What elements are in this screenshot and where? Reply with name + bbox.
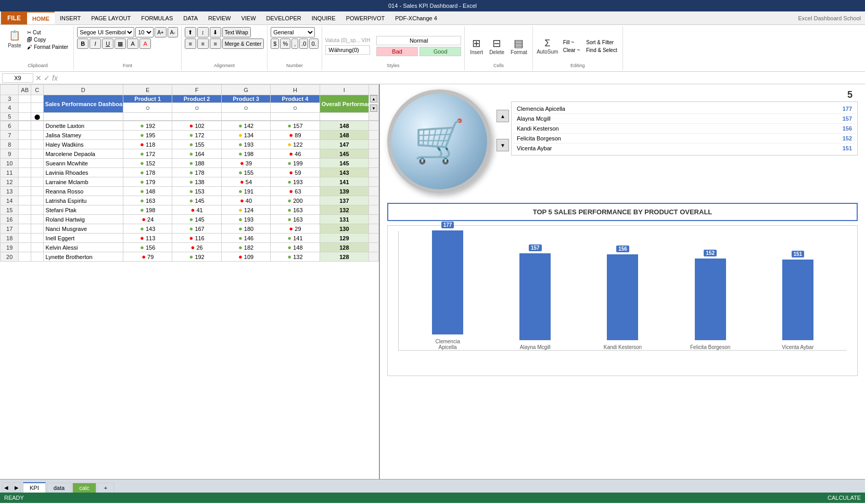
delete-button[interactable]: ⊟ Delete (487, 36, 506, 56)
scroll-tabs-left[interactable]: ◀ (2, 482, 10, 493)
align-top-button[interactable]: ⬆ (185, 27, 196, 37)
normal-style[interactable]: Normal (376, 36, 461, 45)
scroll-up-arrow[interactable]: ▲ (370, 95, 377, 102)
tab-file[interactable]: FILE (1, 11, 27, 24)
font-name-select[interactable]: Segoe UI Semibold (77, 27, 134, 37)
vertical-scrollbar[interactable]: ▲ ▼ (369, 95, 379, 121)
align-middle-button[interactable]: ↕ (197, 27, 209, 37)
tab-page-layout[interactable]: PAGE LAYOUT (86, 11, 136, 24)
increase-font-button[interactable]: A+ (155, 27, 167, 37)
format-icon: ▤ (514, 37, 524, 49)
p1-cell: ● 113 (123, 234, 172, 243)
overall-radio-selected[interactable]: ⬤ (31, 113, 43, 121)
col-e[interactable]: E (123, 85, 172, 95)
formula-input[interactable] (60, 73, 863, 83)
clipboard-group: 📋 Paste ✂ Cut 🗐 Copy 🖌 Format Painter Cl… (2, 26, 74, 70)
clear-button[interactable]: Clear ~ (561, 47, 582, 54)
fill-button[interactable]: Fill ~ (561, 39, 582, 46)
col-h[interactable]: H (271, 85, 320, 95)
italic-button[interactable]: I (90, 38, 101, 49)
percent-button[interactable]: % (280, 38, 290, 49)
tab-inquire[interactable]: INQUIRE (307, 11, 341, 24)
tab-data[interactable]: data (47, 483, 71, 493)
font-size-select[interactable]: 10 (135, 27, 154, 37)
sort-filter-button[interactable]: Sort & Filter (584, 39, 619, 46)
p2-cell: ● 26 (172, 243, 221, 252)
p3-radio[interactable]: ○ (221, 103, 270, 113)
top5-name-5: Vicenta Aybar (517, 145, 552, 151)
good-style[interactable]: Good (419, 47, 461, 56)
tab-review[interactable]: REVIEW (203, 11, 236, 24)
col-ab[interactable]: AB (19, 85, 31, 95)
list-scroll-down[interactable]: ▼ (497, 139, 509, 151)
tab-calc[interactable]: calc (72, 483, 96, 493)
chart-title-text: TOP 5 SALES PERFORMANCE BY PRODUCT OVERA… (533, 208, 713, 216)
tab-add[interactable]: + (97, 483, 114, 493)
insert-button[interactable]: ⊞ Insert (468, 36, 485, 56)
bad-style[interactable]: Bad (376, 47, 418, 56)
underline-button[interactable]: U (102, 38, 113, 49)
p1-cell: ● 143 (123, 224, 172, 234)
cut-button[interactable]: ✂ Cut (25, 29, 70, 36)
decrease-decimal-button[interactable]: 0. (309, 38, 318, 49)
wrap-text-button[interactable]: Text Wrap (222, 27, 251, 37)
increase-decimal-button[interactable]: .0 (299, 38, 308, 49)
table-row: 19 Kelvin Alessi ● 156 ● 26 ● 182 ● 148 … (1, 243, 379, 252)
scroll-tabs-right[interactable]: ▶ (12, 482, 21, 493)
tab-data[interactable]: DATA (178, 11, 203, 24)
tab-home[interactable]: HOME (27, 11, 55, 24)
col-i[interactable]: I (320, 85, 368, 95)
merge-center-button[interactable]: Merge & Center (222, 38, 264, 49)
cell-reference-input[interactable] (2, 73, 33, 83)
border-button[interactable]: ▦ (115, 38, 126, 49)
p2-radio[interactable]: ○ (172, 103, 221, 113)
overall-cell: 148 (320, 131, 368, 140)
paste-button[interactable]: 📋 Paste (5, 27, 24, 49)
autosum-button[interactable]: Σ AutoSum (536, 37, 559, 56)
align-left-button[interactable]: ≡ (185, 38, 196, 49)
bar-name-4: Felicita Borgeson (690, 344, 731, 350)
top5-panel: ▲ ▼ Clemencia Apicella 177 Alayna Mcgill… (497, 101, 858, 160)
font-color-button[interactable]: A (139, 38, 151, 49)
find-select-button[interactable]: Find & Select (584, 47, 619, 54)
col-c[interactable]: C (31, 85, 43, 95)
p2-cell: ● 192 (172, 252, 221, 262)
overall-cell: 147 (320, 140, 368, 149)
col-f[interactable]: F (172, 85, 221, 95)
editing-group: Σ AutoSum Fill ~ Clear ~ Sort & Filter F… (533, 26, 623, 70)
p1-radio[interactable]: ○ (123, 103, 172, 113)
align-center-button[interactable]: ≡ (197, 38, 209, 49)
align-bottom-button[interactable]: ⬇ (210, 27, 221, 37)
comma-button[interactable]: , (291, 38, 298, 49)
align-right-button[interactable]: ≡ (210, 38, 221, 49)
overall-cell: 148 (320, 121, 368, 131)
bar-item-2: 157 Alayna Mcgill (514, 244, 556, 350)
table-row: 7 Jalisa Stamey ● 195 ● 172 ● 134 ● 89 1… (1, 131, 379, 140)
copy-button[interactable]: 🗐 Copy (25, 36, 70, 43)
list-scroll-up[interactable]: ▲ (497, 110, 509, 122)
decrease-font-button[interactable]: A- (168, 27, 178, 37)
col-d[interactable]: D (43, 85, 123, 95)
currency-button[interactable]: $ (271, 38, 279, 49)
tab-developer[interactable]: DEVELOPER (261, 11, 307, 24)
p2-cell: ● 155 (172, 140, 221, 149)
tab-insert[interactable]: INSERT (55, 11, 86, 24)
tab-view[interactable]: VIEW (236, 11, 261, 24)
paste-icon: 📋 (7, 28, 22, 43)
bold-button[interactable]: B (77, 38, 88, 49)
tab-formulas[interactable]: FORMULAS (136, 11, 178, 24)
top5-number: 5 (497, 89, 858, 100)
scroll-down-arrow[interactable]: ▼ (370, 105, 377, 112)
table-row: 10 Sueann Mcwhite ● 152 ● 188 ● 39 ● 199… (1, 159, 379, 168)
col-g[interactable]: G (221, 85, 270, 95)
format-painter-button[interactable]: 🖌 Format Painter (25, 44, 70, 50)
tab-pdf[interactable]: PDF-XChange 4 (390, 11, 442, 24)
fill-color-button[interactable]: A (127, 38, 138, 49)
number-format-select[interactable]: General (271, 27, 315, 37)
format-button[interactable]: ▤ Format (508, 36, 529, 56)
p4-radio[interactable]: ○ (271, 103, 320, 113)
tab-kpi[interactable]: KPI (23, 482, 46, 493)
tab-powerpivot[interactable]: POWERPIVOT (341, 11, 390, 24)
p4-cell: ● 163 (271, 205, 320, 215)
styles-group: Valuta (0)_sp... VIH Währung(0) Normal B… (322, 26, 465, 70)
